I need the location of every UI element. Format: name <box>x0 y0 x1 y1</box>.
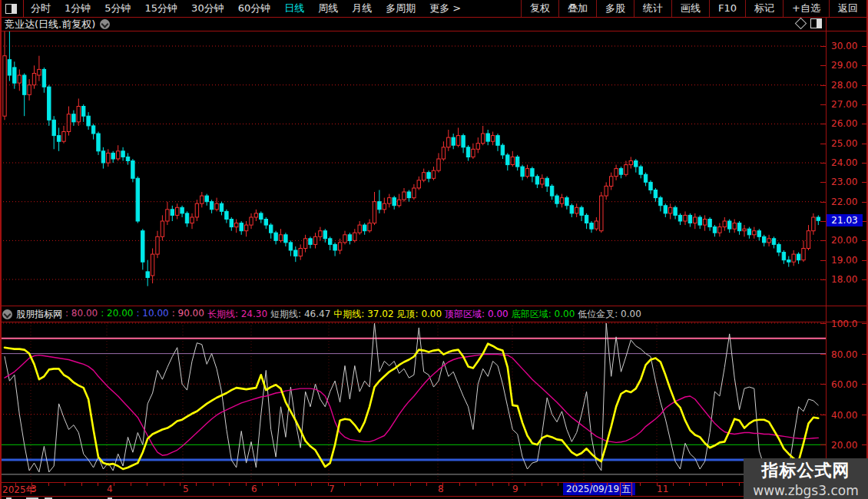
date-tick <box>262 483 263 486</box>
indicator-header-segment: 中期线: 37.02 <box>333 308 393 321</box>
date-tick <box>525 483 525 486</box>
toolbar-item-标记[interactable]: 标记 <box>745 0 783 17</box>
price-axis-label: 22.00 <box>831 197 857 207</box>
date-tick <box>492 483 493 486</box>
date-tick <box>624 483 624 486</box>
price-axis-label: 28.00 <box>831 80 857 91</box>
toolbar-item-统计[interactable]: 统计 <box>634 0 671 17</box>
period-item-分时[interactable]: 分时 <box>24 2 58 15</box>
indicator-axis-label: 40.00 <box>831 410 857 421</box>
date-tick <box>15 483 16 486</box>
indicator-axis-label: 100.0 <box>831 319 857 329</box>
indicator-axis-label: 20.00 <box>831 440 857 451</box>
panel-layout-icon[interactable] <box>810 18 822 28</box>
axis-left-border <box>826 18 827 496</box>
month-label-11: 11 <box>657 484 668 494</box>
period-item-60分钟[interactable]: 60分钟 <box>231 2 278 15</box>
period-item-周线[interactable]: 周线 <box>311 2 345 15</box>
toolbar-item-F10[interactable]: F10 <box>709 0 745 17</box>
watermark: 指标公式网 www.zbgs3.com <box>744 458 868 499</box>
date-tick <box>640 483 641 486</box>
window-left-border <box>0 0 2 499</box>
date-tick <box>131 483 131 486</box>
date-tick <box>114 483 114 486</box>
period-menu: 分时1分钟5分钟15分钟30分钟60分钟日线周线月线多周期更多 > <box>24 0 468 17</box>
period-item-月线[interactable]: 月线 <box>345 2 379 15</box>
price-axis-label: 27.00 <box>831 99 857 110</box>
toolbar-item-多股[interactable]: 多股 <box>596 0 634 17</box>
indicator-axis-label: 60.00 <box>831 379 857 390</box>
title-bar: 竞业达(日线.前复权) <box>0 18 868 31</box>
price-axis-label: 29.00 <box>831 60 857 71</box>
date-tick <box>81 483 82 486</box>
candlestick-chart <box>0 31 826 306</box>
price-axis-label: 24.00 <box>831 157 857 168</box>
toolbar-item-返回[interactable]: 返回 <box>829 0 866 17</box>
indicator-header-segment: : 80.00 <box>65 308 98 321</box>
indicator-chart <box>0 322 826 482</box>
indicator-header-segment: 低位金叉: 0.00 <box>578 308 641 321</box>
date-tick <box>509 483 509 486</box>
watermark-url: www.zbgs3.com <box>753 483 858 498</box>
indicator-values: 股朋指标网: 80.00: 20.00: 10.00: 90.00长期线: 24… <box>16 308 644 321</box>
date-tick <box>213 483 214 486</box>
price-axis-label: 20.00 <box>831 235 857 246</box>
price-axis-label: 30.00 <box>831 41 857 51</box>
date-tick <box>607 483 608 486</box>
diamond-icon[interactable] <box>795 18 807 30</box>
toolbar-item-+自选[interactable]: +自选 <box>783 0 829 17</box>
date-tick <box>377 483 378 486</box>
date-tick <box>410 483 411 486</box>
chevron-down-icon[interactable] <box>100 19 110 29</box>
date-tick <box>98 483 98 486</box>
period-item-30分钟[interactable]: 30分钟 <box>184 2 231 15</box>
price-axis-label: 23.00 <box>831 177 857 187</box>
date-tick <box>311 483 312 486</box>
date-tick <box>739 483 740 486</box>
date-tick <box>229 483 230 486</box>
toolbar-item-复权[interactable]: 复权 <box>521 0 558 17</box>
indicator-header-segment: : 10.00 <box>136 308 168 321</box>
indicator-pane-border <box>0 306 868 306</box>
indicator-header-segment: 短期线: 46.47 <box>270 308 330 321</box>
date-tick <box>673 483 674 486</box>
period-item-1分钟[interactable]: 1分钟 <box>58 2 98 15</box>
price-axis-label: 18.00 <box>831 274 857 285</box>
layout-split-icon[interactable] <box>5 4 17 14</box>
period-item-5分钟[interactable]: 5分钟 <box>98 2 137 15</box>
month-label-9: 9 <box>512 484 518 494</box>
date-tick <box>31 483 32 486</box>
indicator-header-segment: 股朋指标网 <box>16 308 62 321</box>
date-tick <box>278 483 279 486</box>
date-tick <box>360 483 361 486</box>
toolbar-item-画线[interactable]: 画线 <box>671 0 709 17</box>
toolbar-menu: 复权叠加多股统计画线F10标记+自选返回 <box>521 0 866 17</box>
watermark-title: 指标公式网 <box>762 459 850 482</box>
date-tick <box>426 483 427 486</box>
toolbar-item-叠加[interactable]: 叠加 <box>558 0 596 17</box>
date-tick <box>575 483 575 486</box>
top-menu-bar: 分时1分钟5分钟15分钟30分钟60分钟日线周线月线多周期更多 > 复权叠加多股… <box>0 0 868 17</box>
month-label-6: 6 <box>251 484 257 494</box>
period-item-更多 >[interactable]: 更多 > <box>422 2 468 15</box>
date-tick <box>196 483 197 486</box>
date-tick <box>180 483 181 486</box>
indicator-header-segment: : 20.00 <box>101 308 133 321</box>
date-tick <box>65 483 65 486</box>
period-item-日线[interactable]: 日线 <box>277 2 311 15</box>
date-tick <box>475 483 476 486</box>
date-tick <box>558 483 558 486</box>
current-price-tag: 21.03 <box>827 214 863 226</box>
period-item-多周期[interactable]: 多周期 <box>379 2 422 15</box>
date-tick <box>295 483 296 486</box>
date-tick <box>328 483 329 486</box>
date-tick <box>689 483 690 486</box>
date-tick <box>246 483 247 486</box>
period-item-15分钟[interactable]: 15分钟 <box>138 2 185 15</box>
date-tick <box>459 483 460 486</box>
date-tick <box>147 483 147 486</box>
date-tick <box>393 483 394 486</box>
collapse-indicator-icon[interactable] <box>2 309 12 319</box>
date-axis[interactable]: 2025年 2025/09/19五 345678911 <box>0 483 868 496</box>
month-label-4: 4 <box>107 484 113 494</box>
